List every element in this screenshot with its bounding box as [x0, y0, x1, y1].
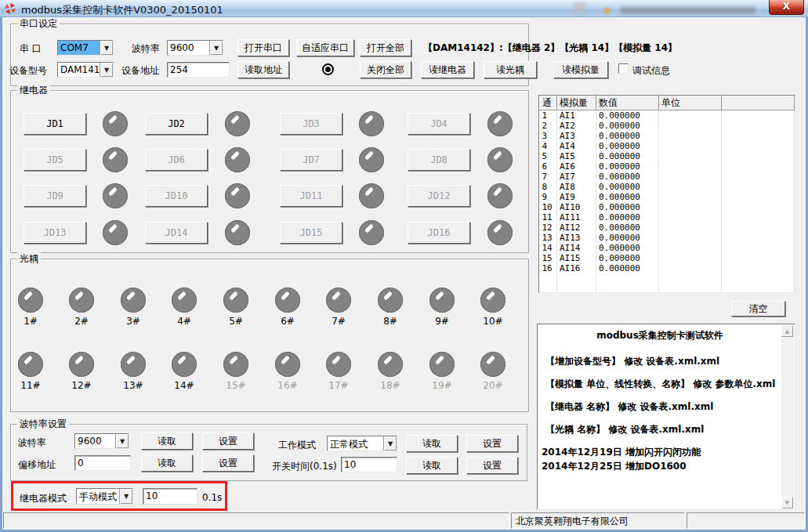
relay-mode-label: 继电器模式 [20, 492, 67, 505]
opto-label-5: 5# [219, 316, 253, 327]
table-cell [659, 263, 722, 273]
table-cell: 3 [540, 131, 557, 141]
table-row[interactable]: 14AI140.000000 [540, 243, 795, 253]
opto-label-9: 9# [425, 316, 459, 327]
table-cell: 1 [540, 110, 557, 121]
opto-knob-icon [121, 288, 146, 313]
relay-mode-value: 手动模式 [77, 489, 119, 504]
table-cell [722, 243, 795, 253]
table-cell: 9 [540, 192, 557, 202]
relay-mode-combobox[interactable]: 手动模式▼ [76, 488, 133, 505]
table-cell: 15 [540, 253, 557, 263]
table-cell: AI13 [557, 233, 596, 243]
table-cell: AI1 [557, 110, 596, 121]
work-mode-set-button[interactable]: 设置 [466, 435, 518, 452]
offset-read-button[interactable]: 读取 [141, 454, 193, 472]
table-cell [722, 121, 795, 131]
table-row[interactable]: 1AI10.000000 [540, 110, 795, 121]
opto-knob-icon [480, 352, 505, 377]
table-cell: 0.000000 [596, 182, 659, 192]
table-cell [722, 141, 795, 151]
table-cell: 0.000000 [596, 141, 659, 151]
table-cell [659, 202, 722, 212]
table-row[interactable]: 12AI120.000000 [540, 223, 795, 233]
log-title: modbus采集控制卡测试软件 [541, 329, 779, 342]
table-row[interactable]: 8AI80.000000 [540, 182, 795, 192]
offset-label: 偏移地址 [18, 458, 56, 472]
app-window: modbus采集控制卡软件V0300_20150101 X 串口设定 串 口 C… [0, 0, 808, 532]
table-cell: AI11 [557, 212, 596, 223]
table-cell [722, 161, 795, 172]
table-cell [540, 273, 557, 284]
log-content: modbus采集控制卡测试软件 【增加设备型号】 修改 设备表.xml.xml【… [541, 329, 779, 506]
opto-knob-icon [121, 352, 146, 377]
table-cell [659, 273, 722, 284]
switch-time-input[interactable]: 10 [341, 457, 397, 472]
relay-time-input[interactable]: 10 [143, 488, 197, 505]
work-mode-read-button[interactable]: 读取 [406, 435, 458, 452]
opto-label-13: 13# [116, 380, 150, 391]
opto-knob-icon [480, 288, 505, 313]
close-button[interactable]: X [769, 0, 804, 15]
table-cell [659, 182, 722, 192]
log-line: 【继电器 名称】 修改 设备表.xml.xml [541, 400, 779, 414]
table-cell [722, 110, 795, 121]
table-cell: 0.000000 [596, 131, 659, 141]
opto-label-14: 14# [167, 380, 201, 391]
table-row[interactable]: 2AI20.000000 [540, 121, 795, 131]
window-title: modbus采集控制卡软件V0300_20150101 [21, 3, 223, 17]
table-cell [722, 192, 795, 202]
table-cell: 0.000000 [596, 161, 659, 172]
scroll-up-icon[interactable]: ▲ [781, 325, 793, 337]
opto-knob-icon [429, 352, 455, 377]
table-cell: 0.000000 [596, 110, 659, 121]
opto-label-1: 1# [13, 316, 48, 327]
table-cell [722, 151, 795, 161]
table-row[interactable]: 10AI100.000000 [540, 202, 795, 212]
table-row[interactable]: 9AI90.000000 [540, 192, 795, 202]
work-mode-label: 工作模式 [278, 439, 316, 452]
table-cell: 0.000000 [596, 263, 659, 273]
table-row[interactable]: 13AI130.000000 [540, 233, 795, 243]
table-row[interactable]: 6AI60.000000 [540, 161, 795, 172]
table-cell: 0.000000 [596, 243, 659, 253]
analog-table-wrap: 通模拟量数值单位 1AI10.0000002AI20.0000003AI30.0… [538, 95, 795, 293]
log-line: 2014年12月25日 增加DO1600 [541, 460, 779, 473]
table-cell: 14 [540, 243, 557, 253]
blurred-overlay [574, 2, 585, 14]
switch-time-set-button[interactable]: 设置 [466, 457, 518, 474]
clear-button[interactable]: 清空 [731, 301, 785, 317]
opto-label-4: 4# [167, 316, 201, 327]
opto-knob-icon [378, 288, 403, 313]
table-cell [557, 284, 596, 293]
baud2-combobox[interactable]: 9600▼ [74, 433, 129, 449]
baud-read-button[interactable]: 读取 [141, 432, 193, 450]
opto-knob-icon [172, 288, 197, 313]
table-row[interactable]: 15AI150.000000 [540, 253, 795, 263]
switch-time-read-button[interactable]: 读取 [406, 457, 458, 474]
offset-set-button[interactable]: 设置 [202, 454, 254, 472]
offset-input[interactable]: 0 [74, 455, 131, 471]
table-row[interactable]: 16AI160.000000 [540, 263, 795, 273]
table-row[interactable]: 11AI110.000000 [540, 212, 795, 223]
title-bar: modbus采集控制卡软件V0300_20150101 X [0, 0, 808, 17]
work-mode-combobox[interactable]: 正常模式▼ [327, 436, 397, 451]
opto-label-17: 17# [321, 380, 356, 391]
table-row[interactable]: 4AI40.000000 [540, 141, 795, 151]
table-cell [722, 131, 795, 141]
status-panel-company: 北京聚英翱翔电子有限公司 [511, 512, 685, 529]
scroll-down-icon[interactable]: ▼ [781, 497, 793, 508]
log-line: 2014年12月19日 增加闪开闪闭功能 [541, 446, 779, 459]
log-box: modbus采集控制卡测试软件 【增加设备型号】 修改 设备表.xml.xml【… [537, 324, 795, 510]
baud-set-button[interactable]: 设置 [202, 432, 254, 450]
analog-table-header[interactable]: 通模拟量数值单位 [540, 96, 795, 110]
table-cell: 0.000000 [596, 233, 659, 243]
opto-knob-icon [378, 352, 403, 377]
table-cell [722, 273, 795, 284]
table-row[interactable]: 3AI30.000000 [540, 131, 795, 141]
log-scrollbar[interactable]: ▲ ▼ [781, 325, 794, 508]
table-row[interactable]: 5AI50.000000 [540, 151, 795, 161]
table-cell [722, 172, 795, 182]
table-row[interactable]: 7AI70.000000 [540, 172, 795, 182]
opto-label-7: 7# [321, 316, 356, 327]
